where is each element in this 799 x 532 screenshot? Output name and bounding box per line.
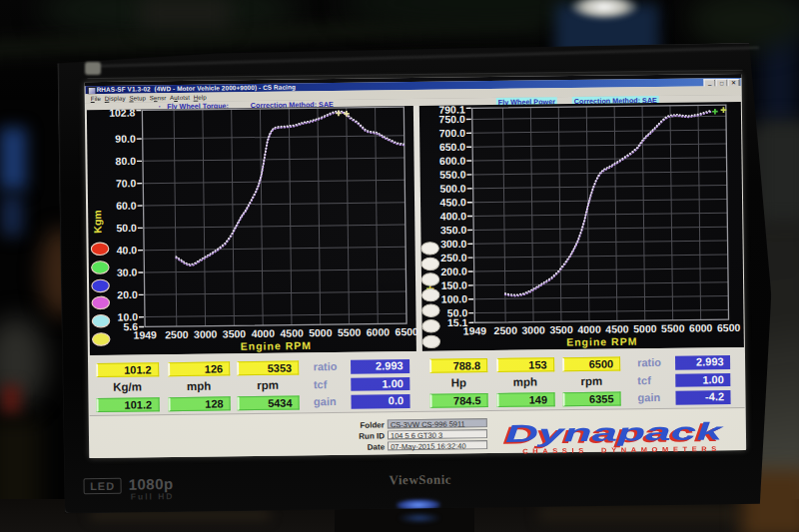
svg-text:Engine RPM: Engine RPM — [566, 335, 637, 348]
svg-text:200.0: 200.0 — [440, 266, 467, 277]
svg-text:1949: 1949 — [463, 324, 487, 336]
svg-text:150.0: 150.0 — [441, 278, 468, 290]
svg-text:300.0: 300.0 — [440, 238, 467, 250]
svg-text:Engine RPM: Engine RPM — [241, 339, 312, 352]
svg-text:4500: 4500 — [280, 326, 304, 338]
svg-text:70.0: 70.0 — [116, 177, 137, 189]
svg-text:Kgm: Kgm — [91, 210, 103, 233]
svg-text:6500: 6500 — [395, 325, 418, 337]
svg-text:3000: 3000 — [521, 323, 545, 335]
svg-text:5500: 5500 — [338, 326, 362, 338]
svg-text:1949: 1949 — [133, 328, 157, 340]
svg-text:4500: 4500 — [605, 322, 629, 334]
svg-text:350.0: 350.0 — [440, 224, 467, 236]
svg-text:750.0: 750.0 — [438, 113, 465, 125]
svg-text:4000: 4000 — [252, 327, 276, 339]
svg-text:450.0: 450.0 — [439, 196, 466, 208]
svg-text:550.0: 550.0 — [439, 168, 466, 180]
svg-text:50.0: 50.0 — [116, 222, 137, 234]
svg-text:700.0: 700.0 — [439, 127, 466, 139]
svg-text:6000: 6000 — [367, 325, 391, 337]
svg-text:250.0: 250.0 — [440, 252, 467, 264]
svg-text:30.0: 30.0 — [117, 266, 138, 278]
svg-text:2500: 2500 — [494, 324, 518, 336]
svg-text:4000: 4000 — [577, 323, 601, 335]
svg-text:650.0: 650.0 — [439, 141, 466, 153]
svg-text:500.0: 500.0 — [439, 182, 466, 194]
svg-text:5000: 5000 — [633, 322, 657, 334]
svg-text:90.0: 90.0 — [115, 133, 136, 145]
svg-text:6000: 6000 — [689, 321, 713, 333]
svg-text:60.0: 60.0 — [116, 200, 137, 212]
svg-text:102.8: 102.8 — [109, 107, 136, 119]
svg-text:80.0: 80.0 — [115, 155, 136, 167]
svg-text:5000: 5000 — [309, 326, 333, 338]
svg-text:3500: 3500 — [549, 323, 573, 335]
svg-text:400.0: 400.0 — [440, 210, 467, 222]
svg-text:3500: 3500 — [223, 327, 247, 339]
svg-text:100.0: 100.0 — [441, 292, 468, 304]
svg-text:6500: 6500 — [717, 321, 741, 333]
svg-text:2500: 2500 — [165, 328, 189, 340]
svg-text:40.0: 40.0 — [117, 244, 138, 256]
svg-text:5500: 5500 — [661, 322, 685, 334]
svg-text:600.0: 600.0 — [439, 155, 466, 167]
svg-text:3000: 3000 — [194, 328, 218, 340]
svg-text:20.0: 20.0 — [117, 288, 138, 300]
